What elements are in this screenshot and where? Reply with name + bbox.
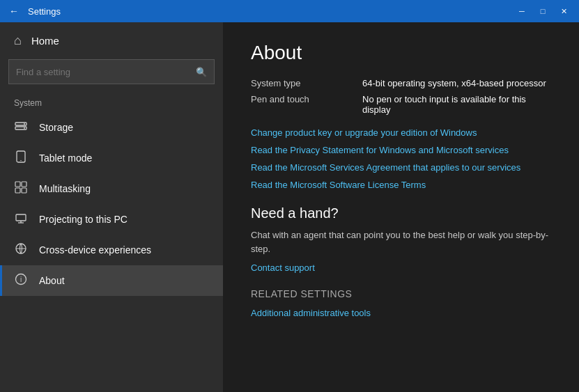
related-links-section: Additional administrative tools [251, 308, 551, 318]
sidebar-item-cross-device-label: Cross-device experiences [39, 244, 151, 256]
link-license-terms[interactable]: Read the Microsoft Software License Term… [251, 180, 551, 190]
info-value: No pen or touch input is available for t… [362, 94, 551, 115]
search-box: 🔍 [8, 59, 215, 84]
svg-point-2 [24, 123, 25, 125]
related-settings-heading: Related settings [251, 288, 551, 299]
info-row: System type64-bit operating system, x64-… [251, 78, 551, 88]
info-table: System type64-bit operating system, x64-… [251, 78, 551, 115]
system-section-label: System [0, 93, 223, 112]
window-controls: ─ □ ✕ [512, 3, 573, 19]
page-title: About [251, 42, 551, 64]
svg-rect-10 [16, 214, 26, 221]
titlebar-title: Settings [28, 6, 512, 17]
search-container: 🔍 [0, 59, 223, 93]
back-button[interactable]: ← [6, 3, 22, 19]
link-product-key[interactable]: Change product key or upgrade your editi… [251, 127, 551, 138]
content-area: About System type64-bit operating system… [223, 22, 579, 392]
projecting-icon [14, 212, 28, 227]
main-layout: ⌂ Home 🔍 System StorageTablet modeMultit… [0, 22, 579, 392]
info-label: System type [251, 78, 341, 88]
sidebar-item-about-label: About [39, 275, 65, 286]
titlebar: ← Settings ─ □ ✕ [0, 0, 579, 22]
sidebar-item-projecting-label: Projecting to this PC [39, 214, 128, 225]
svg-rect-9 [22, 188, 26, 193]
info-row: Pen and touchNo pen or touch input is av… [251, 94, 551, 115]
info-value: 64-bit operating system, x64-based proce… [362, 78, 546, 88]
sidebar-item-storage[interactable]: Storage [0, 112, 223, 143]
need-hand-heading: Need a hand? [251, 205, 551, 221]
sidebar-item-tablet-mode[interactable]: Tablet mode [0, 143, 223, 173]
search-input[interactable] [16, 67, 196, 77]
minimize-button[interactable]: ─ [512, 3, 532, 19]
info-label: Pen and touch [251, 94, 341, 115]
need-hand-desc: Chat with an agent that can point you to… [251, 228, 551, 256]
svg-text:i: i [20, 276, 22, 283]
contact-support-link[interactable]: Contact support [251, 262, 551, 273]
svg-point-3 [24, 127, 25, 129]
sidebar-item-storage-label: Storage [39, 122, 73, 133]
sidebar-item-about[interactable]: iAbout [0, 265, 223, 296]
links-section: Change product key or upgrade your editi… [251, 127, 551, 190]
tablet-mode-icon [14, 150, 28, 166]
sidebar: ⌂ Home 🔍 System StorageTablet modeMultit… [0, 22, 223, 392]
svg-rect-7 [22, 182, 26, 187]
nav-list: StorageTablet modeMultitaskingProjecting… [0, 112, 223, 296]
home-button[interactable]: ⌂ Home [0, 22, 223, 59]
multitasking-icon [14, 181, 28, 196]
home-icon: ⌂ [14, 33, 22, 48]
sidebar-item-projecting[interactable]: Projecting to this PC [0, 204, 223, 235]
back-icon: ← [9, 6, 19, 17]
link-privacy-statement[interactable]: Read the Privacy Statement for Windows a… [251, 145, 551, 155]
storage-icon [14, 120, 28, 135]
sidebar-item-cross-device[interactable]: Cross-device experiences [0, 235, 223, 265]
about-icon: i [14, 273, 28, 288]
related-link-admin-tools[interactable]: Additional administrative tools [251, 308, 551, 318]
svg-rect-8 [15, 188, 20, 193]
sidebar-item-multitasking[interactable]: Multitasking [0, 173, 223, 204]
sidebar-item-multitasking-label: Multitasking [39, 183, 91, 194]
link-services-agreement[interactable]: Read the Microsoft Services Agreement th… [251, 162, 551, 173]
home-label: Home [31, 35, 59, 47]
search-icon: 🔍 [196, 67, 207, 77]
close-button[interactable]: ✕ [554, 3, 573, 19]
svg-rect-6 [15, 182, 20, 187]
cross-device-icon [14, 242, 28, 258]
maximize-button[interactable]: □ [533, 3, 553, 19]
sidebar-item-tablet-mode-label: Tablet mode [39, 152, 92, 164]
